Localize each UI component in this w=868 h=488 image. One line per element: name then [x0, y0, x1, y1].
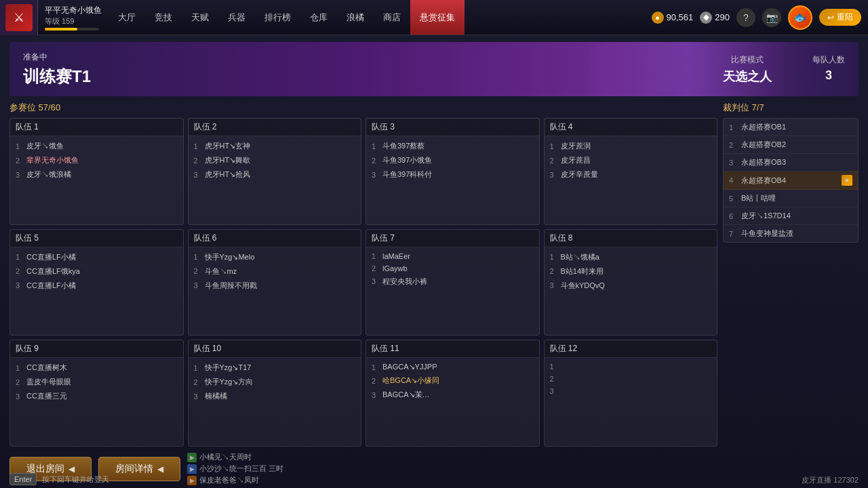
- member-name: 虎牙HT↘舞歇: [205, 155, 356, 165]
- nav-item-store[interactable]: 商店: [374, 0, 410, 35]
- team-member: 2皮牙蔗昌: [545, 153, 717, 167]
- nav-item-weapon[interactable]: 兵器: [218, 0, 255, 35]
- referee-item-5: 5B站丨咕哩: [724, 190, 858, 207]
- team-card-11: 队伍 111BAGCA↘YJJPP2哈BGCA↘小缘同3BAGCA↘茉…: [366, 340, 540, 447]
- team-member: 2辈界无奇小饿鱼: [10, 153, 183, 167]
- member-name: 快手Yzg↘Melo: [205, 252, 356, 262]
- member-number: 1: [372, 142, 378, 150]
- team-member: 3: [545, 385, 717, 397]
- member-name: CC直播三元: [26, 391, 178, 401]
- referee-active-icon: ★: [842, 175, 852, 186]
- referee-number: 1: [729, 123, 737, 131]
- team-member: 1皮牙↘饿鱼: [10, 139, 183, 153]
- referee-name: 皮牙↘1S7D14: [741, 211, 852, 221]
- room-info-right: 比赛模式 天选之人 每队人数 3: [723, 54, 845, 85]
- member-number: 1: [550, 142, 557, 150]
- screenshot-button[interactable]: 📷: [762, 8, 781, 27]
- member-name: B站↘饿橘a: [561, 252, 712, 262]
- return-label: 重陪: [837, 12, 853, 23]
- enter-hint: Enter 按下回车键并给翌天: [9, 473, 109, 485]
- member-number: 3: [16, 171, 22, 179]
- help-button[interactable]: ?: [736, 8, 755, 27]
- member-number: 3: [194, 281, 201, 289]
- nav-item-shop2[interactable]: 浪橘: [337, 0, 374, 35]
- exit-arrow-icon: ◀: [68, 464, 75, 474]
- chat-icon: ▶: [187, 464, 197, 474]
- team-member: 1斗鱼397蔡蔡: [366, 139, 539, 153]
- member-number: 1: [372, 252, 378, 260]
- main-content: 准备中 训练赛T1 比赛模式 天选之人 每队人数 3 参赛位 57/60 队伍 …: [0, 35, 868, 488]
- referee-item-2: 2永超搭赛OB2: [724, 136, 858, 154]
- team-member: 1B站↘饿橘a: [545, 250, 717, 264]
- chat-text: 小橘见↘天周时: [199, 452, 252, 462]
- member-name: CC直播LF小橘: [26, 281, 178, 291]
- referee-number: 7: [729, 230, 737, 238]
- room-mode-label: 比赛模式: [731, 54, 764, 66]
- team-header-6: 队伍 6: [189, 230, 361, 247]
- logo-icon: ⚔: [5, 4, 33, 31]
- member-name: 斗鱼397小饿鱼: [382, 155, 534, 165]
- nav-item-competitive[interactable]: 竞技: [145, 0, 182, 35]
- referee-item-3: 3永超搭赛OB3: [724, 154, 858, 171]
- team-members-6: 1快手Yzg↘Melo2斗鱼↘mz3斗鱼周辣不用戳: [189, 247, 361, 296]
- team-member: 2B站14时来用: [545, 264, 717, 279]
- member-number: 3: [372, 277, 378, 285]
- member-name: 楠橘橘: [205, 391, 356, 401]
- nav-item-warehouse[interactable]: 仓库: [300, 0, 337, 35]
- team-member: 1laMaEer: [366, 250, 539, 262]
- team-members-11: 1BAGCA↘YJJPP2哈BGCA↘小缘同3BAGCA↘茉…: [366, 358, 539, 405]
- level-fill: [45, 28, 77, 30]
- team-member: 1CC直播LF小橘: [10, 250, 183, 264]
- team-members-12: 123: [545, 358, 717, 400]
- member-number: 2: [372, 157, 378, 165]
- referee-number: 5: [729, 195, 737, 203]
- member-name: 快手Yzg↘T17: [205, 363, 356, 373]
- nav-item-lobby[interactable]: 大厅: [108, 0, 145, 35]
- nav-item-bounty[interactable]: 悬赏征集: [410, 0, 465, 35]
- team-member: 3皮牙辛蔗量: [545, 167, 717, 182]
- team-member: 1虎牙HT↘玄神: [189, 139, 361, 153]
- member-number: 3: [194, 171, 201, 179]
- team-member: 2: [545, 373, 717, 385]
- chat-icon: ▶: [187, 453, 197, 462]
- member-number: 1: [16, 142, 22, 150]
- team-member: 2斗鱼↘mz: [189, 264, 361, 279]
- player-name: 平平无奇小饿鱼: [45, 5, 102, 16]
- team-members-1: 1皮牙↘饿鱼2辈界无奇小饿鱼3皮牙↘饿浪橘: [10, 136, 183, 184]
- chat-text: 保皮老爸爸↘凤时: [199, 475, 259, 485]
- return-button[interactable]: ↩ 重陪: [819, 9, 861, 26]
- silver-icon: ◆: [700, 12, 712, 24]
- chat-icon: ▶: [187, 476, 197, 485]
- detail-arrow-icon: ◀: [157, 464, 163, 474]
- nav-logo: ⚔: [0, 0, 38, 35]
- team-member: 2斗鱼397小饿鱼: [366, 153, 539, 167]
- avatar[interactable]: 🐟: [788, 5, 812, 30]
- member-name: 辈界无奇小饿鱼: [26, 155, 178, 165]
- team-card-9: 队伍 91CC直播树木2盖皮牛母眼眼3CC直播三元: [9, 340, 184, 447]
- enter-hint-text: 按下回车键并给翌天: [42, 474, 109, 485]
- team-card-8: 队伍 81B站↘饿橘a2B站14时来用3斗鱼kYDQvQ: [544, 229, 718, 336]
- member-number: 2: [550, 267, 557, 275]
- team-member: 3斗鱼397科科付: [366, 167, 539, 182]
- team-header-11: 队伍 11: [366, 340, 539, 358]
- nav-right: ● 90,561 ◆ 290 ? 📷 🐟 ↩ 重陪: [652, 5, 868, 30]
- team-members-3: 1斗鱼397蔡蔡2斗鱼397小饿鱼3斗鱼397科科付: [366, 136, 539, 184]
- team-header-1: 队伍 1: [10, 119, 183, 136]
- member-name: 斗鱼397蔡蔡: [382, 141, 534, 151]
- referee-item-4: 4永超搭赛OB4★: [724, 171, 858, 190]
- team-header-4: 队伍 4: [545, 119, 717, 136]
- room-detail-button[interactable]: 房间详情 ◀: [98, 457, 180, 481]
- nav-item-talent[interactable]: 天赋: [182, 0, 218, 35]
- enter-key-label: Enter: [9, 473, 37, 485]
- member-number: 3: [16, 392, 22, 401]
- team-card-12: 队伍 12123: [544, 340, 718, 447]
- top-navigation: ⚔ 平平无奇小饿鱼 等级 159 大厅 竞技 天赋 兵器 排行榜 仓库 浪橘 商…: [0, 0, 868, 35]
- gold-icon: ●: [652, 12, 664, 24]
- team-card-10: 队伍 101快手Yzg↘T172快手Yzg↘方向3楠橘橘: [188, 340, 362, 447]
- team-member: 3楠橘橘: [189, 389, 361, 403]
- team-card-4: 队伍 41皮牙蔗润2皮牙蔗昌3皮牙辛蔗量: [544, 118, 718, 225]
- member-number: 1: [16, 253, 22, 261]
- team-card-5: 队伍 51CC直播LF小橘2CC直播LF饿kya3CC直播LF小橘: [9, 229, 184, 336]
- nav-item-ranking[interactable]: 排行榜: [255, 0, 300, 35]
- room-team-size-label: 每队人数: [812, 54, 845, 66]
